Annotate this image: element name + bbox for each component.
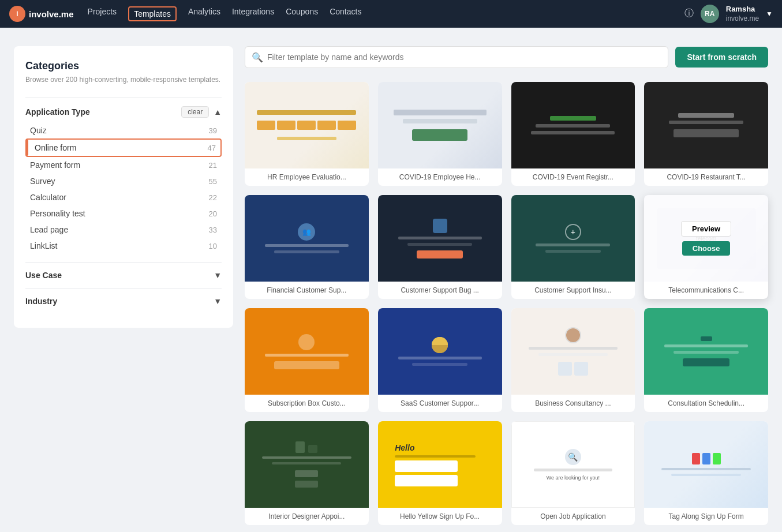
template-thumbnail: 👥: [245, 195, 369, 282]
template-label: Financial Customer Sup...: [245, 282, 369, 299]
company: involve.me: [726, 14, 759, 24]
template-card[interactable]: telecom Preview Choose Telecommunication…: [644, 195, 768, 299]
template-label: COVID-19 Event Registr...: [511, 168, 635, 186]
filter-online-form[interactable]: Online form 47: [25, 138, 222, 157]
template-card[interactable]: Preview Choose Business Consultancy ...: [511, 308, 635, 412]
filter-list: Quiz 39 Online form 47 Payment form 21 S…: [25, 122, 222, 254]
template-label: HR Employee Evaluatio...: [245, 168, 369, 186]
nav-item-analytics[interactable]: Analytics: [188, 6, 220, 21]
industry-section[interactable]: Industry ▼: [25, 288, 222, 314]
template-label: Subscription Box Custo...: [245, 395, 369, 412]
nav-links: Projects Templates Analytics Integration…: [88, 6, 671, 21]
template-thumbnail: Hello: [378, 421, 502, 508]
info-icon[interactable]: ⓘ: [684, 8, 694, 20]
template-thumbnail: [644, 82, 768, 168]
nav-item-integrations[interactable]: Integrations: [232, 6, 274, 21]
nav-item-coupons[interactable]: Coupons: [286, 6, 318, 21]
navbar: i involve.me Projects Templates Analytic…: [0, 0, 782, 28]
template-thumbnail: [644, 421, 768, 508]
template-thumbnail: [511, 82, 635, 168]
filter-payment-form[interactable]: Payment form 21: [25, 157, 222, 173]
industry-chevron: ▼: [214, 297, 222, 306]
application-type-header[interactable]: Application Type clear ▲: [25, 106, 222, 118]
nav-item-contacts[interactable]: Contacts: [330, 6, 361, 21]
template-card[interactable]: Preview Choose HR Employee Evaluatio...: [245, 82, 369, 186]
user-menu-chevron[interactable]: ▼: [766, 10, 773, 18]
sidebar-title: Categories: [25, 60, 222, 72]
main-wrapper: Categories Browse over 200 high-converti…: [0, 28, 782, 532]
template-card[interactable]: 🔍 We are looking for you! Preview Choose…: [511, 421, 635, 525]
search-bar-row: 🔍 Start from scratch: [245, 46, 768, 68]
sidebar: Categories Browse over 200 high-converti…: [14, 46, 233, 328]
logo-text: involve.me: [29, 9, 74, 19]
template-card[interactable]: Preview Choose Interior Designer Appoi..…: [245, 421, 369, 525]
template-thumbnail: [245, 421, 369, 508]
template-label: Hello Yellow Sign Up Fo...: [378, 508, 502, 525]
template-label: Interior Designer Appoi...: [245, 508, 369, 525]
industry-title: Industry: [25, 297, 57, 306]
filter-lead-page[interactable]: Lead page 33: [25, 222, 222, 238]
user-info: Ramsha involve.me: [726, 5, 759, 23]
logo[interactable]: i involve.me: [9, 6, 74, 22]
template-card[interactable]: Preview Choose SaaS Customer Suppor...: [378, 308, 502, 412]
search-wrapper: 🔍: [245, 46, 668, 68]
application-type-title: Application Type: [25, 107, 90, 117]
choose-button-visible[interactable]: Choose: [682, 241, 731, 256]
template-thumbnail: telecom Preview Choose: [644, 195, 768, 282]
template-label: Telecommunications C...: [644, 282, 768, 299]
template-card[interactable]: Preview Choose COVID-19 Restaurant T...: [644, 82, 768, 186]
filter-survey[interactable]: Survey 55: [25, 173, 222, 189]
filter-personality-test[interactable]: Personality test 20: [25, 205, 222, 222]
filter-linklist[interactable]: LinkList 10: [25, 238, 222, 254]
start-from-scratch-button[interactable]: Start from scratch: [675, 47, 768, 68]
template-card[interactable]: + Preview Choose Customer Support Insu..…: [511, 195, 635, 299]
template-label: Tag Along Sign Up Form: [644, 508, 768, 525]
template-thumbnail: [378, 308, 502, 395]
template-card[interactable]: Preview Choose Customer Support Bug ...: [378, 195, 502, 299]
nav-right: ⓘ RA Ramsha involve.me ▼: [684, 5, 773, 23]
active-indicator: [27, 140, 28, 156]
template-thumbnail: [245, 308, 369, 395]
use-case-chevron: ▼: [214, 271, 222, 280]
template-thumbnail: [378, 82, 502, 168]
sidebar-subtitle: Browse over 200 high-converting, mobile-…: [25, 76, 222, 84]
application-type-chevron-up: ▲: [214, 107, 222, 117]
template-card[interactable]: 👥 Preview Choose Financial Customer Sup.…: [245, 195, 369, 299]
template-card[interactable]: Preview Choose Consultation Schedulin...: [644, 308, 768, 412]
template-thumbnail: [378, 195, 502, 282]
template-card[interactable]: Hello Preview Choose Hello Yellow Sign U…: [378, 421, 502, 525]
template-thumbnail: [245, 82, 369, 168]
nav-item-templates[interactable]: Templates: [128, 6, 177, 21]
use-case-title: Use Case: [25, 271, 62, 280]
template-label: Open Job Application: [511, 508, 635, 525]
logo-icon: i: [9, 6, 25, 22]
nav-item-projects[interactable]: Projects: [88, 6, 117, 21]
template-label: Customer Support Bug ...: [378, 282, 502, 299]
clear-button[interactable]: clear: [181, 106, 209, 118]
application-type-controls: clear ▲: [181, 106, 222, 118]
search-icon: 🔍: [252, 52, 263, 63]
filter-calculator[interactable]: Calculator 22: [25, 189, 222, 205]
avatar: RA: [701, 5, 719, 23]
template-label: Business Consultancy ...: [511, 395, 635, 412]
template-card[interactable]: Preview Choose Tag Along Sign Up Form: [644, 421, 768, 525]
search-input[interactable]: [245, 46, 668, 68]
template-label: Consultation Schedulin...: [644, 395, 768, 412]
filter-quiz[interactable]: Quiz 39: [25, 122, 222, 138]
template-grid: Preview Choose HR Employee Evaluatio... …: [245, 82, 768, 525]
template-thumbnail: 🔍 We are looking for you!: [511, 421, 635, 508]
template-card[interactable]: Preview Choose COVID-19 Employee He...: [378, 82, 502, 186]
template-label: COVID-19 Restaurant T...: [644, 168, 768, 186]
template-thumbnail: [644, 308, 768, 395]
template-thumbnail: +: [511, 195, 635, 282]
content-area: 🔍 Start from scratch: [245, 46, 768, 525]
template-card[interactable]: Preview Choose Subscription Box Custo...: [245, 308, 369, 412]
template-label: SaaS Customer Suppor...: [378, 395, 502, 412]
preview-button-visible[interactable]: Preview: [681, 221, 731, 237]
template-label: COVID-19 Employee He...: [378, 168, 502, 186]
application-type-section: Application Type clear ▲ Quiz 39 Online …: [25, 98, 222, 262]
use-case-section[interactable]: Use Case ▼: [25, 262, 222, 288]
template-label: Customer Support Insu...: [511, 282, 635, 299]
template-thumbnail: [511, 308, 635, 395]
template-card[interactable]: Preview Choose COVID-19 Event Registr...: [511, 82, 635, 186]
